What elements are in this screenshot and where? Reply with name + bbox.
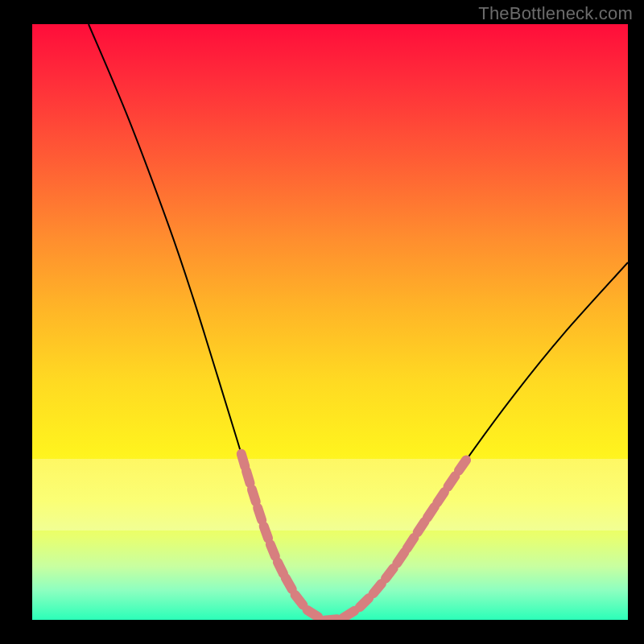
background-gradient	[32, 24, 628, 620]
watermark-text: TheBottleneck.com	[478, 3, 633, 24]
chart-frame: TheBottleneck.com	[0, 0, 644, 644]
plot-area	[32, 24, 628, 620]
